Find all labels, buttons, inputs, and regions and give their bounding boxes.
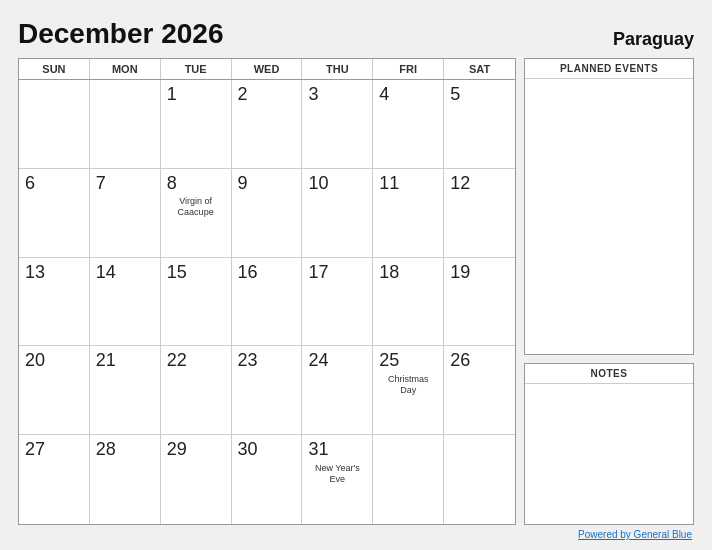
day-number: 9 — [238, 173, 248, 195]
main-area: SUNMONTUEWEDTHUFRISAT 12345678Virgin of … — [18, 58, 694, 525]
day-cell-20: 20 — [19, 346, 90, 435]
day-cell-17: 17 — [302, 258, 373, 347]
day-cell-16: 16 — [232, 258, 303, 347]
day-cell-18: 18 — [373, 258, 444, 347]
day-number: 28 — [96, 439, 116, 461]
day-cell-10: 10 — [302, 169, 373, 258]
day-cell-8: 8Virgin of Caacupe — [161, 169, 232, 258]
planned-events-title: PLANNED EVENTS — [525, 59, 693, 79]
day-cell-28: 28 — [90, 435, 161, 524]
day-header-sun: SUN — [19, 59, 90, 79]
day-number: 31 — [308, 439, 328, 461]
day-header-mon: MON — [90, 59, 161, 79]
day-header-wed: WED — [232, 59, 303, 79]
notes-box: NOTES — [524, 363, 694, 525]
day-number: 30 — [238, 439, 258, 461]
day-number: 19 — [450, 262, 470, 284]
calendar: SUNMONTUEWEDTHUFRISAT 12345678Virgin of … — [18, 58, 516, 525]
day-header-thu: THU — [302, 59, 373, 79]
day-cell-25: 25Christmas Day — [373, 346, 444, 435]
day-cell-27: 27 — [19, 435, 90, 524]
day-number: 22 — [167, 350, 187, 372]
day-number: 12 — [450, 173, 470, 195]
day-number: 10 — [308, 173, 328, 195]
day-number: 23 — [238, 350, 258, 372]
planned-events-box: PLANNED EVENTS — [524, 58, 694, 355]
day-number: 13 — [25, 262, 45, 284]
country-label: Paraguay — [613, 29, 694, 50]
notes-content — [525, 384, 693, 524]
sidebar: PLANNED EVENTS NOTES — [524, 58, 694, 525]
day-number: 26 — [450, 350, 470, 372]
day-number: 25 — [379, 350, 399, 372]
day-number: 1 — [167, 84, 177, 106]
day-header-sat: SAT — [444, 59, 515, 79]
day-cell-1: 1 — [161, 80, 232, 169]
day-cell-3: 3 — [302, 80, 373, 169]
header: December 2026 Paraguay — [18, 18, 694, 50]
calendar-grid: 12345678Virgin of Caacupe910111213141516… — [19, 80, 515, 524]
day-cell-26: 26 — [444, 346, 515, 435]
day-cell-31: 31New Year's Eve — [302, 435, 373, 524]
day-number: 16 — [238, 262, 258, 284]
day-header-tue: TUE — [161, 59, 232, 79]
day-cell-22: 22 — [161, 346, 232, 435]
day-number: 15 — [167, 262, 187, 284]
day-cell-13: 13 — [19, 258, 90, 347]
day-number: 6 — [25, 173, 35, 195]
day-cell-6: 6 — [19, 169, 90, 258]
day-number: 3 — [308, 84, 318, 106]
day-cell-29: 29 — [161, 435, 232, 524]
day-number: 11 — [379, 173, 399, 195]
day-number: 18 — [379, 262, 399, 284]
planned-events-content — [525, 79, 693, 354]
powered-by-link[interactable]: Powered by General Blue — [578, 529, 692, 540]
day-number: 5 — [450, 84, 460, 106]
day-cell-9: 9 — [232, 169, 303, 258]
notes-title: NOTES — [525, 364, 693, 384]
day-headers: SUNMONTUEWEDTHUFRISAT — [19, 59, 515, 80]
day-cell-5: 5 — [444, 80, 515, 169]
day-cell-19: 19 — [444, 258, 515, 347]
page-title: December 2026 — [18, 18, 223, 50]
footer: Powered by General Blue — [18, 529, 694, 540]
empty-cell — [19, 80, 90, 169]
day-number: 21 — [96, 350, 116, 372]
day-number: 29 — [167, 439, 187, 461]
event-label: Virgin of Caacupe — [167, 196, 225, 218]
day-cell-21: 21 — [90, 346, 161, 435]
empty-cell — [90, 80, 161, 169]
empty-cell — [444, 435, 515, 524]
day-number: 4 — [379, 84, 389, 106]
page: December 2026 Paraguay SUNMONTUEWEDTHUFR… — [0, 0, 712, 550]
day-number: 8 — [167, 173, 177, 195]
day-number: 7 — [96, 173, 106, 195]
empty-cell — [373, 435, 444, 524]
event-label: New Year's Eve — [308, 463, 366, 485]
event-label: Christmas Day — [379, 374, 437, 396]
day-cell-12: 12 — [444, 169, 515, 258]
day-number: 14 — [96, 262, 116, 284]
day-header-fri: FRI — [373, 59, 444, 79]
day-cell-30: 30 — [232, 435, 303, 524]
day-number: 2 — [238, 84, 248, 106]
day-cell-4: 4 — [373, 80, 444, 169]
day-cell-24: 24 — [302, 346, 373, 435]
day-number: 17 — [308, 262, 328, 284]
day-cell-23: 23 — [232, 346, 303, 435]
day-cell-7: 7 — [90, 169, 161, 258]
day-cell-14: 14 — [90, 258, 161, 347]
day-number: 27 — [25, 439, 45, 461]
day-cell-2: 2 — [232, 80, 303, 169]
day-cell-11: 11 — [373, 169, 444, 258]
day-cell-15: 15 — [161, 258, 232, 347]
day-number: 20 — [25, 350, 45, 372]
day-number: 24 — [308, 350, 328, 372]
